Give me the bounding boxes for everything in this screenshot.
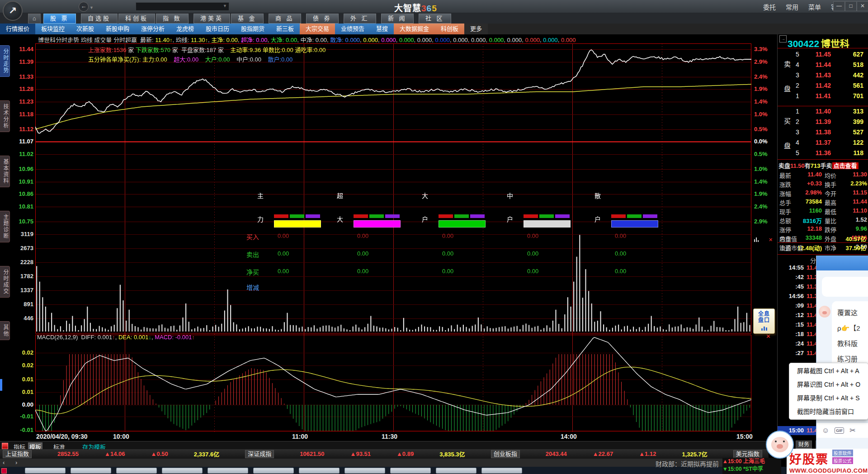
- titlebar-menu-1[interactable]: 常用: [786, 2, 798, 11]
- submenu-tab-1[interactable]: 板块监控: [35, 24, 71, 34]
- stock-news-ticker[interactable]: ▲15:00 上海三毛▼15:00 *ST中孚: [722, 458, 781, 474]
- sidebar-tab-1[interactable]: 技术分析: [0, 100, 10, 132]
- sidebar-tab-5[interactable]: 其他: [0, 321, 10, 340]
- volume-mini-icon[interactable]: [754, 235, 760, 242]
- minimize-icon[interactable]: —: [833, 1, 845, 11]
- menu-tab-10[interactable]: 社 区: [419, 14, 451, 24]
- index-name-chip[interactable]: 上证指数: [3, 450, 32, 458]
- taskbar-button-5[interactable]: [253, 468, 294, 474]
- menu-tab-3[interactable]: 指 数: [156, 14, 189, 24]
- menu-tab-6[interactable]: 商 品: [269, 14, 301, 24]
- index-value[interactable]: ▲22.67: [593, 450, 613, 457]
- taskbar-button-3[interactable]: [162, 468, 203, 474]
- time-axis-label: 15:00: [736, 433, 753, 440]
- index-value[interactable]: 1,325.7亿: [682, 450, 707, 458]
- page-nav-arrows[interactable]: ‹ ›: [3, 459, 22, 466]
- sell-alert-row[interactable]: 卖盘11.50有713手卖点击查看: [778, 161, 859, 170]
- menu-tab-9[interactable]: 新 闻: [381, 14, 414, 24]
- sidebar-tab-2[interactable]: 基本资料: [0, 156, 10, 187]
- submenu-tab-11[interactable]: 慧搜: [370, 24, 394, 34]
- index-name-chip[interactable]: 深证成指: [245, 450, 274, 458]
- menu-tab-0[interactable]: 股 票: [43, 14, 76, 24]
- taskbar-button-9[interactable]: [436, 468, 476, 474]
- goodgupiao-logo[interactable]: 好股票 股票软件股票公式 WWW.GOODGUPIAO.COM: [787, 449, 868, 474]
- close-indicator-icon[interactable]: ✕: [766, 333, 771, 340]
- context-menu-item-0[interactable]: 屏幕截图 Ctrl + Alt + A: [789, 364, 868, 378]
- submenu-tab-3[interactable]: 新股申购: [100, 24, 135, 34]
- menu-tab-7[interactable]: 债 券: [306, 14, 339, 24]
- index-value[interactable]: 2852.55: [57, 450, 79, 457]
- close-icon[interactable]: ✕: [857, 1, 868, 11]
- text-segment: MACD: -0.001: [155, 334, 192, 341]
- emoji-icon[interactable]: ☺: [822, 427, 829, 435]
- submenu-tab-12[interactable]: 大数据掘金: [394, 24, 435, 34]
- submenu-tab-6[interactable]: 股市日历: [200, 24, 235, 34]
- taskbar-button-4[interactable]: [208, 468, 248, 474]
- chat-popup-header[interactable]: [816, 256, 868, 270]
- context-menu-item-2[interactable]: 屏幕录制 Ctrl + Alt + S: [789, 391, 868, 405]
- taskbar-start-icon[interactable]: [1, 468, 7, 474]
- collapse-panel-icon[interactable]: →: [779, 35, 787, 43]
- submenu-tab-8[interactable]: 新三板: [270, 24, 300, 34]
- gif-icon[interactable]: GIF: [835, 427, 844, 434]
- submenu-tab-13[interactable]: 科创板: [435, 24, 464, 34]
- submenu-tab-2[interactable]: 次新股: [71, 24, 100, 34]
- sidebar-tab-4[interactable]: 分时成交: [0, 266, 10, 298]
- back-dropdown-caret[interactable]: ▼: [90, 5, 94, 10]
- news-headline[interactable]: 财政部：近期拟再提前: [656, 459, 719, 468]
- submenu-tab-14[interactable]: 更多: [464, 24, 488, 34]
- index-value[interactable]: ▲14.06: [104, 450, 125, 457]
- index-value[interactable]: 2043.44: [546, 450, 567, 457]
- symbol-dropdown[interactable]: ▼: [136, 2, 229, 11]
- submenu-tab-0[interactable]: 行情报价: [0, 24, 35, 34]
- titlebar-menu-2[interactable]: 菜单: [808, 2, 821, 11]
- menu-tab-8[interactable]: 外 汇: [344, 14, 376, 24]
- context-menu-item-1[interactable]: 屏幕识图 Ctrl + Alt + O: [789, 378, 868, 391]
- submenu-tab-7[interactable]: 股指期货: [235, 24, 270, 34]
- index-value[interactable]: 2,337.6亿: [194, 450, 219, 458]
- menu-tab-4[interactable]: 港美英: [193, 14, 230, 24]
- alert-view-button[interactable]: 点击查看: [832, 162, 859, 169]
- scissors-icon[interactable]: ✂: [849, 426, 855, 435]
- submenu-tab-5[interactable]: 龙虎榜: [170, 24, 200, 34]
- taskbar-button-8[interactable]: [390, 468, 431, 474]
- taskbar-button-2[interactable]: [116, 468, 157, 474]
- text-segment: 0.000: [507, 37, 522, 43]
- taskbar-button-7[interactable]: [344, 468, 385, 474]
- screenshot-context-menu: 屏幕截图 Ctrl + Alt + A屏幕识图 Ctrl + Alt + O屏幕…: [789, 363, 868, 420]
- chat-popup-window[interactable]: 覆置这ρ👉【2教科版练习册 ☺GIF✂: [816, 256, 868, 450]
- taskbar-button-1[interactable]: [71, 468, 111, 474]
- index-value[interactable]: 3,835.3亿: [439, 450, 465, 458]
- home-icon[interactable]: ⌂: [28, 14, 41, 24]
- index-name-chip[interactable]: 美元指数: [733, 450, 762, 458]
- menu-tab-5[interactable]: 基 金: [231, 14, 264, 24]
- index-value[interactable]: ▲1.12: [639, 450, 656, 457]
- index-value[interactable]: ▲0.89: [396, 450, 414, 457]
- context-menu-item-3[interactable]: 截图时隐藏当前窗口: [789, 405, 868, 418]
- panel-tab-0[interactable]: 财务: [796, 441, 812, 449]
- close-overlay-icon[interactable]: ✕: [769, 237, 773, 243]
- holo-panel-button[interactable]: 全息 盘口: [753, 308, 775, 334]
- left-scroll-marker[interactable]: [0, 379, 2, 391]
- back-icon[interactable]: ←: [79, 2, 89, 12]
- submenu-tab-10[interactable]: 业绩预告: [335, 24, 370, 34]
- fund-mini-bar: [454, 214, 469, 218]
- taskbar-button-10[interactable]: [481, 468, 522, 474]
- submenu-tab-9[interactable]: 大宗交易: [300, 24, 335, 34]
- menu-tab-2[interactable]: 科创板: [118, 14, 155, 24]
- level-volume: 313: [835, 108, 863, 115]
- taskbar-button-0[interactable]: [25, 468, 66, 474]
- submenu-tab-4[interactable]: 涨停分析: [135, 24, 170, 34]
- index-name-chip[interactable]: 创业板指: [491, 450, 520, 458]
- titlebar-menu-0[interactable]: 委托: [763, 2, 776, 11]
- index-value[interactable]: ▲0.50: [151, 450, 168, 457]
- sidebar-tab-3[interactable]: 主题诊断: [0, 211, 10, 242]
- index-value[interactable]: 10621.50: [300, 450, 324, 457]
- stat-label: 最低: [825, 207, 836, 216]
- index-value[interactable]: ▲93.51: [350, 450, 371, 457]
- taskbar-button-6[interactable]: [299, 468, 340, 474]
- sidebar-tab-0[interactable]: 分时走势: [0, 45, 10, 77]
- maximize-icon[interactable]: □: [845, 1, 857, 11]
- menu-tab-1[interactable]: 自选股: [81, 14, 118, 24]
- intraday-chart[interactable]: [35, 43, 751, 432]
